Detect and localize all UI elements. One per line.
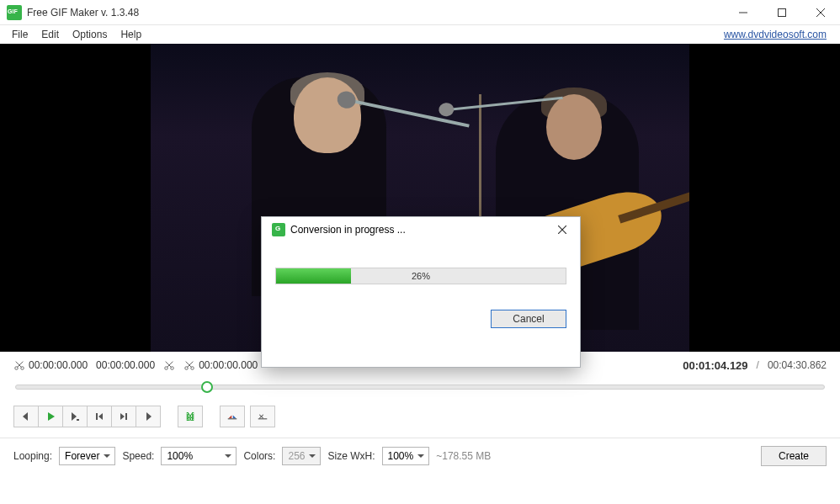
- svg-marker-23: [98, 413, 103, 420]
- step-back-button[interactable]: [13, 406, 39, 427]
- svg-marker-34: [233, 416, 237, 419]
- total-duration: 00:04:30.862: [768, 359, 827, 371]
- time-separator: /: [757, 359, 759, 371]
- step-forward-button[interactable]: [136, 406, 161, 427]
- dialog-title-bar: Conversion in progress ...: [262, 217, 580, 242]
- dialog-app-icon: [272, 223, 285, 236]
- size-select[interactable]: 100%: [382, 447, 430, 465]
- cut-right-time: 00:00:00.000: [199, 359, 258, 371]
- svg-marker-20: [72, 412, 77, 421]
- colors-label: Colors:: [243, 450, 275, 462]
- window-title: Free GIF Maker v. 1.3.48: [27, 7, 724, 19]
- dialog-close-button[interactable]: [550, 220, 575, 240]
- cancel-button[interactable]: Cancel: [491, 310, 566, 328]
- svg-rect-38: [258, 418, 268, 419]
- size-value: 100%: [388, 450, 414, 462]
- svg-marker-26: [146, 412, 152, 421]
- progress-text: 26%: [276, 268, 566, 284]
- looping-value: Forever: [65, 450, 99, 462]
- svg-rect-25: [125, 413, 127, 420]
- svg-rect-22: [96, 413, 98, 420]
- seek-track: [15, 385, 825, 390]
- prev-frame-icon: [94, 411, 104, 422]
- estimated-size: ~178.55 MB: [436, 450, 491, 462]
- progress-bar: 26%: [275, 268, 566, 284]
- next-frame-button[interactable]: [111, 406, 136, 427]
- seek-thumb[interactable]: [201, 381, 213, 393]
- cut-start-marker: 00:00:00.000: [13, 359, 88, 371]
- clear-mark-icon: [258, 411, 268, 422]
- menu-options[interactable]: Options: [66, 27, 114, 42]
- scissors-icon: [13, 359, 25, 371]
- playback-controls: [0, 397, 840, 438]
- play-to-end-button[interactable]: [62, 406, 88, 427]
- size-label: Size WxH:: [327, 450, 375, 462]
- speed-value: 100%: [167, 450, 193, 462]
- looping-select[interactable]: Forever: [59, 447, 115, 465]
- cut-selection-button[interactable]: [178, 406, 203, 427]
- website-link[interactable]: www.dvdvideosoft.com: [724, 29, 835, 40]
- cut-start-time: 00:00:00.000: [29, 359, 88, 371]
- play-end-icon: [70, 411, 80, 422]
- scissors-icon: [183, 359, 195, 371]
- next-frame-icon: [119, 411, 129, 422]
- seek-slider[interactable]: [15, 380, 825, 394]
- svg-rect-21: [77, 419, 79, 421]
- menu-bar: File Edit Options Help www.dvdvideosoft.…: [0, 25, 840, 44]
- mark-in-icon: [227, 411, 237, 422]
- current-time: 00:01:04.129: [683, 359, 747, 372]
- app-icon: [7, 5, 22, 20]
- speed-label: Speed:: [122, 450, 154, 462]
- scissors-green-icon: [185, 411, 195, 422]
- cut-mid-time: 00:00:00.000: [96, 359, 155, 371]
- prev-frame-button[interactable]: [87, 406, 112, 427]
- options-bar: Looping: Forever Speed: 100% Colors: 256…: [0, 438, 840, 474]
- cut-end-marker: [163, 359, 175, 371]
- create-button[interactable]: Create: [761, 446, 827, 466]
- svg-marker-18: [23, 412, 28, 421]
- maximize-button[interactable]: [763, 0, 801, 25]
- scissors-icon: [163, 359, 175, 371]
- cut-right-marker: 00:00:00.000: [183, 359, 258, 371]
- menu-help[interactable]: Help: [114, 27, 148, 42]
- colors-value: 256: [288, 450, 305, 462]
- set-start-button[interactable]: [220, 406, 245, 427]
- menu-edit[interactable]: Edit: [35, 27, 66, 42]
- looping-label: Looping:: [13, 450, 52, 462]
- dialog-title: Conversion in progress ...: [290, 224, 550, 236]
- svg-rect-1: [779, 8, 786, 16]
- conversion-dialog: Conversion in progress ... 26% Cancel: [261, 216, 581, 368]
- title-bar: Free GIF Maker v. 1.3.48: [0, 0, 840, 25]
- svg-marker-19: [48, 412, 55, 421]
- video-preview: Long forgotten now. Conversion in progre…: [0, 44, 840, 352]
- step-forward-icon: [143, 411, 153, 422]
- step-back-icon: [21, 411, 31, 422]
- svg-marker-33: [229, 416, 232, 419]
- minimize-button[interactable]: [724, 0, 763, 25]
- svg-point-30: [190, 418, 193, 421]
- close-button[interactable]: [801, 0, 840, 25]
- play-icon: [45, 411, 56, 422]
- speed-select[interactable]: 100%: [161, 447, 237, 465]
- svg-marker-24: [120, 413, 125, 420]
- menu-file[interactable]: File: [5, 27, 35, 42]
- play-button[interactable]: [38, 406, 63, 427]
- clear-marks-button[interactable]: [250, 406, 275, 427]
- svg-rect-35: [228, 418, 237, 419]
- colors-select: 256: [282, 447, 321, 465]
